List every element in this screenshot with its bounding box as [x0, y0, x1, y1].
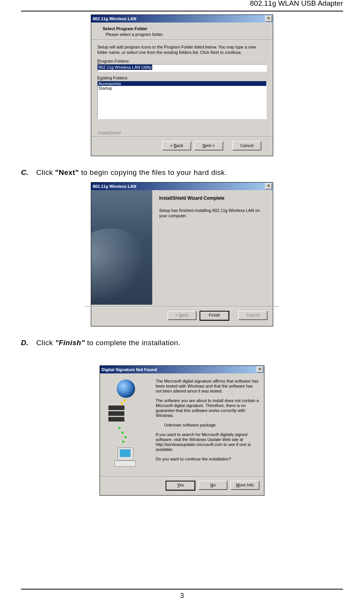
step-c: C. Click "Next" to begin copying the fil… — [21, 168, 343, 177]
signature-graphic — [105, 379, 150, 474]
close-icon[interactable]: × — [265, 16, 272, 22]
next-button[interactable]: Next > — [194, 141, 223, 150]
dialog-text: The software you are about to install do… — [156, 398, 259, 418]
program-folder-value: 802.11g Wireless LAN Utility — [98, 65, 152, 70]
step-keyword: "Next" — [55, 168, 79, 176]
close-icon[interactable]: × — [265, 183, 272, 189]
close-icon[interactable]: × — [256, 367, 263, 373]
disks-icon — [108, 405, 125, 422]
titlebar: Digital Signature Not Found × — [100, 366, 264, 373]
package-name: Unknown software package — [164, 423, 259, 428]
more-info-button[interactable]: More Info — [230, 481, 259, 490]
cancel-button: Cancel — [238, 311, 267, 320]
yes-button[interactable]: Yes — [166, 481, 195, 491]
wizard-complete-dialog: 802.11g Wireless LAN × InstallShield Wiz… — [91, 182, 273, 326]
dialog-instruction: Setup will add program icons to the Prog… — [97, 44, 267, 55]
step-text: Click — [36, 339, 55, 347]
program-folder-input[interactable]: 802.11g Wireless LAN Utility — [97, 64, 267, 72]
step-letter: D. — [21, 339, 36, 347]
dialog-text: The Microsoft digital signature affirms … — [156, 379, 259, 394]
back-button[interactable]: < Back — [162, 141, 191, 150]
dialog-text: Setup has finished installing 802.11g Wi… — [159, 208, 266, 218]
step-text: Click — [36, 168, 55, 176]
dialog-text: If you want to search for Microsoft digi… — [156, 432, 259, 452]
no-button[interactable]: No — [198, 481, 227, 490]
step-letter: C. — [21, 168, 36, 177]
wizard-side-graphic — [91, 190, 152, 305]
dialog-subheading: Please select a program folder. — [106, 32, 267, 37]
select-program-folder-dialog: 802.11g Wireless LAN × Select Program Fo… — [91, 15, 273, 156]
dialog-title: Digital Signature Not Found — [101, 367, 157, 372]
program-folders-label: Program Folders: — [97, 59, 267, 63]
digital-signature-dialog: Digital Signature Not Found × — [100, 365, 264, 496]
list-item[interactable]: Accessories — [98, 81, 266, 86]
page-number: 3 — [21, 589, 343, 600]
dialog-text: Do you want to continue the installation… — [156, 457, 259, 462]
page-header: 802.11g WLAN USB Adapter — [21, 0, 343, 8]
existing-folders-label: Existing Folders: — [97, 76, 267, 80]
installshield-brand: InstallShield — [98, 131, 267, 135]
titlebar: 802.11g Wireless LAN × — [91, 15, 273, 23]
existing-folders-listbox[interactable]: Accessories Startup — [97, 81, 267, 119]
globe-icon — [116, 379, 136, 399]
cancel-button[interactable]: Cancel — [232, 141, 261, 150]
finish-button[interactable]: Finish — [200, 311, 229, 321]
step-keyword: "Finish" — [55, 339, 85, 347]
step-text: to begin copying the files to your hard … — [79, 168, 227, 176]
step-text: to complete the installation. — [85, 339, 180, 347]
dialog-title: 802.11g Wireless LAN — [93, 16, 136, 21]
titlebar: 802.11g Wireless LAN × — [91, 183, 273, 190]
list-item[interactable]: Startup — [98, 86, 266, 90]
dialog-heading: Select Program Folder — [103, 26, 267, 31]
computer-icon — [114, 447, 136, 464]
back-button: < Back — [168, 311, 196, 320]
dialog-heading: InstallShield Wizard Complete — [159, 195, 266, 201]
dialog-title: 802.11g Wireless LAN — [93, 184, 136, 189]
step-d: D. Click "Finish" to complete the instal… — [21, 339, 343, 347]
